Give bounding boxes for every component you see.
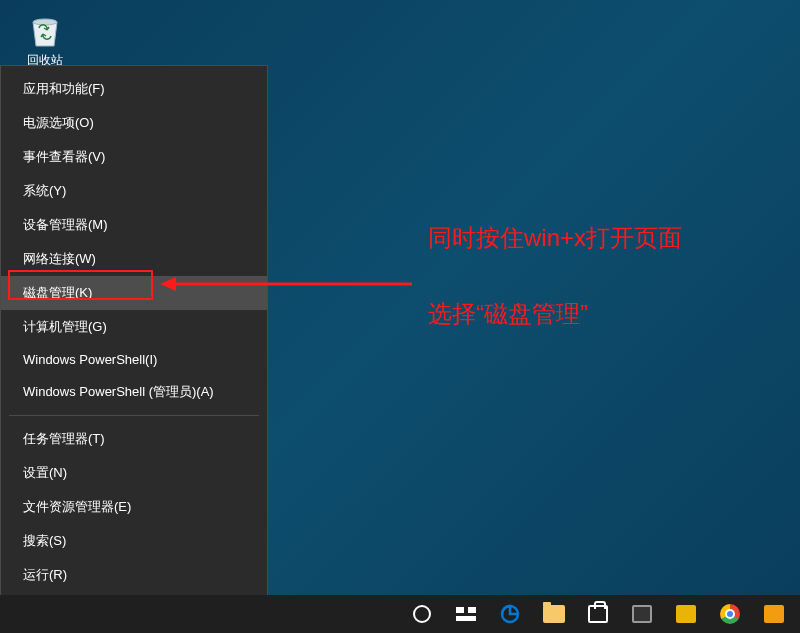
taskbar-file-explorer[interactable]: [532, 595, 576, 633]
svg-point-0: [33, 19, 57, 25]
folder-icon: [543, 605, 565, 623]
recycle-bin-icon: [25, 10, 65, 50]
menu-item-computer-management[interactable]: 计算机管理(G): [1, 310, 267, 344]
menu-group-1: 应用和功能(F) 电源选项(O) 事件查看器(V) 系统(Y) 设备管理器(M)…: [1, 70, 267, 411]
menu-item-power-options[interactable]: 电源选项(O): [1, 106, 267, 140]
menu-group-2: 任务管理器(T) 设置(N) 文件资源管理器(E) 搜索(S) 运行(R): [1, 420, 267, 594]
svg-marker-2: [160, 277, 176, 291]
taskbar-task-view[interactable]: [444, 595, 488, 633]
cortana-icon: [413, 605, 431, 623]
menu-item-network-connections[interactable]: 网络连接(W): [1, 242, 267, 276]
taskbar: [0, 595, 800, 633]
menu-item-event-viewer[interactable]: 事件查看器(V): [1, 140, 267, 174]
menu-item-run[interactable]: 运行(R): [1, 558, 267, 592]
annotation-text-line1: 同时按住win+x打开页面: [428, 222, 682, 254]
menu-item-device-manager[interactable]: 设备管理器(M): [1, 208, 267, 242]
menu-item-search[interactable]: 搜索(S): [1, 524, 267, 558]
annotation-text-line2: 选择“磁盘管理”: [428, 298, 588, 330]
menu-item-task-manager[interactable]: 任务管理器(T): [1, 422, 267, 456]
task-view-icon: [456, 607, 476, 621]
taskbar-chrome[interactable]: [708, 595, 752, 633]
taskbar-app-2[interactable]: [664, 595, 708, 633]
chrome-icon: [720, 604, 740, 624]
app-icon: [632, 605, 652, 623]
app-icon: [764, 605, 784, 623]
edge-icon: [500, 604, 520, 624]
taskbar-app-1[interactable]: [620, 595, 664, 633]
menu-item-apps-features[interactable]: 应用和功能(F): [1, 72, 267, 106]
menu-item-powershell-admin[interactable]: Windows PowerShell (管理员)(A): [1, 375, 267, 409]
winx-power-menu: 应用和功能(F) 电源选项(O) 事件查看器(V) 系统(Y) 设备管理器(M)…: [0, 65, 268, 633]
taskbar-store[interactable]: [576, 595, 620, 633]
menu-item-system[interactable]: 系统(Y): [1, 174, 267, 208]
menu-item-settings[interactable]: 设置(N): [1, 456, 267, 490]
taskbar-edge[interactable]: [488, 595, 532, 633]
menu-item-powershell[interactable]: Windows PowerShell(I): [1, 344, 267, 375]
annotation-arrow: [160, 272, 412, 296]
menu-item-file-explorer[interactable]: 文件资源管理器(E): [1, 490, 267, 524]
menu-separator: [9, 415, 259, 416]
app-icon: [676, 605, 696, 623]
desktop-recycle-bin[interactable]: 回收站: [20, 10, 70, 69]
taskbar-app-3[interactable]: [752, 595, 796, 633]
taskbar-cortana[interactable]: [400, 595, 444, 633]
store-icon: [588, 605, 608, 623]
